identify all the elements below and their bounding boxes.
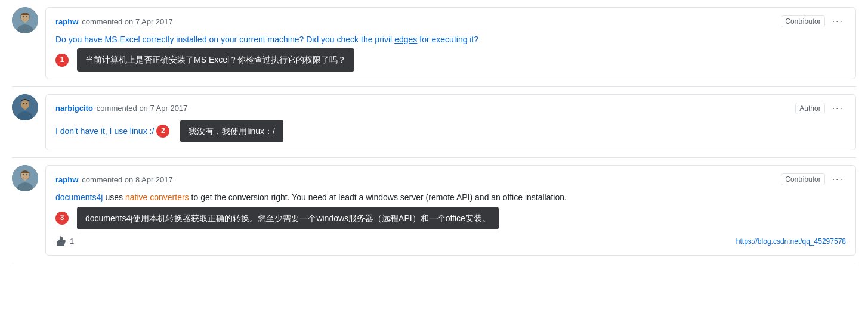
comment-text-rest-1: for executing it?	[419, 33, 478, 46]
tooltip-3: documents4j使用本机转换器获取正确的转换。您至少需要一个windows…	[77, 207, 499, 229]
annotation-row-3: 3 documents4j使用本机转换器获取正确的转换。您至少需要一个windo…	[55, 207, 846, 229]
username-narbigcito[interactable]: narbigcito	[55, 104, 93, 113]
annotation-badge-2: 2	[156, 125, 169, 138]
contributor-badge-1: Contributor	[781, 15, 824, 27]
svg-point-15	[23, 174, 24, 175]
comment-meta-2: narbigcito commented on 7 Apr 2017	[55, 104, 187, 113]
author-badge: Author	[795, 103, 824, 114]
more-options-button-2[interactable]: ···	[830, 102, 846, 115]
comment-text-rest-3: to get the conversion right. You need at…	[191, 191, 567, 204]
contributor-badge-3: Contributor	[781, 173, 824, 185]
comment-date-1: commented on 7 Apr 2017	[82, 17, 173, 26]
comment-meta-1: raphw commented on 7 Apr 2017	[55, 17, 173, 26]
thumbs-up-icon[interactable]	[55, 236, 66, 247]
username-raphw-3[interactable]: raphw	[55, 175, 78, 184]
avatar-raphw-1	[12, 7, 38, 33]
comment-header-1: raphw commented on 7 Apr 2017 Contributo…	[55, 15, 846, 28]
comment-text-1: Do you have MS Excel correctly installed…	[55, 33, 846, 46]
comments-container: raphw commented on 7 Apr 2017 Contributo…	[0, 0, 868, 263]
svg-point-9	[26, 103, 27, 104]
comment-text-underline-1: edges	[394, 33, 417, 46]
comment-text-2: I don't have it, I use linux :/ 2 我没有，我使…	[55, 120, 846, 142]
username-raphw-1[interactable]: raphw	[55, 17, 78, 26]
more-options-button-3[interactable]: ···	[830, 173, 846, 186]
likes-row-3: 1 https://blog.csdn.net/qq_45297578	[55, 235, 846, 248]
svg-point-5	[26, 16, 27, 17]
annotation-row-1: 1 当前计算机上是否正确安装了MS Excel？你检查过执行它的权限了吗？	[55, 48, 846, 71]
comment-row-2: narbigcito commented on 7 Apr 2017 Autho…	[12, 87, 856, 158]
comment-box-1: raphw commented on 7 Apr 2017 Contributo…	[45, 7, 856, 79]
comment-header-3: raphw commented on 8 Apr 2017 Contributo…	[55, 173, 846, 186]
annotation-badge-3: 3	[55, 212, 69, 225]
comment-date-3: commented on 8 Apr 2017	[82, 175, 173, 184]
likes-count-3: 1	[70, 235, 74, 248]
native-converters-text: native converters	[125, 191, 189, 204]
documents4j-link: documents4j	[55, 191, 103, 204]
svg-point-16	[26, 174, 27, 175]
comment-text-link-2: I don't have it, I use linux :/	[55, 125, 154, 138]
comment-body-1: Do you have MS Excel correctly installed…	[55, 33, 846, 72]
comment-meta-3: raphw commented on 8 Apr 2017	[55, 175, 173, 184]
comment-row-1: raphw commented on 7 Apr 2017 Contributo…	[12, 0, 856, 87]
comment-actions-3: Contributor ···	[781, 173, 846, 186]
comment-body-3: documents4j uses native converters to ge…	[55, 191, 846, 248]
svg-point-4	[23, 16, 24, 17]
svg-point-8	[23, 103, 24, 104]
csdn-link-3[interactable]: https://blog.csdn.net/qq_45297578	[736, 236, 846, 247]
comment-body-2: I don't have it, I use linux :/ 2 我没有，我使…	[55, 120, 846, 142]
comment-text-link-1: Do you have MS Excel correctly installed…	[55, 33, 392, 46]
comment-box-3: raphw commented on 8 Apr 2017 Contributo…	[45, 165, 856, 256]
comment-box-2: narbigcito commented on 7 Apr 2017 Autho…	[45, 94, 856, 150]
annotation-badge-1: 1	[55, 54, 69, 67]
comment-header-2: narbigcito commented on 7 Apr 2017 Autho…	[55, 102, 846, 115]
comment-actions-2: Author ···	[795, 102, 846, 115]
more-options-button-1[interactable]: ···	[830, 15, 846, 28]
comment-date-2: commented on 7 Apr 2017	[97, 104, 188, 113]
comment-thread: raphw commented on 7 Apr 2017 Contributo…	[12, 0, 856, 263]
comment-text-3: documents4j uses native converters to ge…	[55, 191, 846, 204]
tooltip-2: 我没有，我使用linux：/	[180, 120, 283, 142]
comment-actions-1: Contributor ···	[781, 15, 846, 28]
tooltip-1: 当前计算机上是否正确安装了MS Excel？你检查过执行它的权限了吗？	[77, 48, 354, 71]
comment-row-3: raphw commented on 8 Apr 2017 Contributo…	[12, 158, 856, 263]
comment-text-plain-3: uses	[105, 191, 123, 204]
avatar-narbigcito	[12, 94, 38, 120]
avatar-raphw-3	[12, 165, 38, 191]
